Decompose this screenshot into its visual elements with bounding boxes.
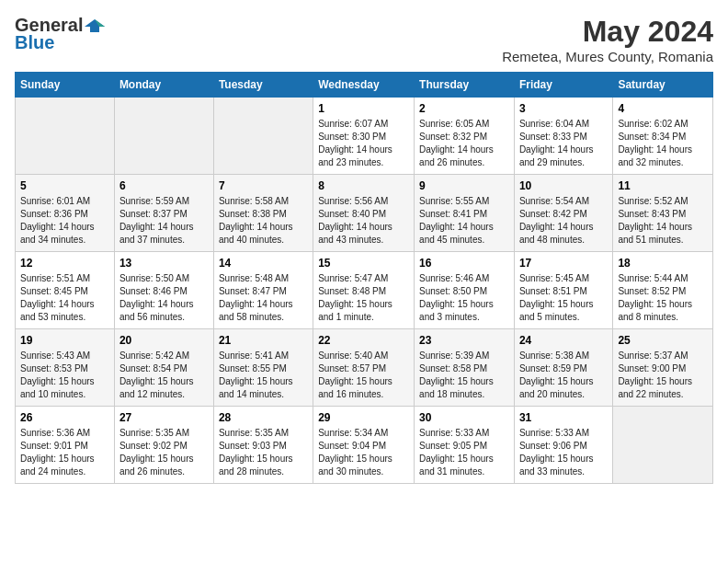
calendar-cell: 29Sunrise: 5:34 AM Sunset: 9:04 PM Dayli… bbox=[313, 407, 415, 484]
calendar-cell: 2Sunrise: 6:05 AM Sunset: 8:32 PM Daylig… bbox=[415, 98, 515, 175]
day-info: Sunrise: 5:56 AM Sunset: 8:40 PM Dayligh… bbox=[318, 195, 409, 247]
day-number: 1 bbox=[318, 102, 409, 115]
day-number: 17 bbox=[519, 257, 608, 270]
day-number: 14 bbox=[219, 257, 308, 270]
calendar-cell: 25Sunrise: 5:37 AM Sunset: 9:00 PM Dayli… bbox=[613, 329, 713, 407]
day-info: Sunrise: 5:43 AM Sunset: 8:53 PM Dayligh… bbox=[20, 350, 109, 401]
calendar-cell: 15Sunrise: 5:47 AM Sunset: 8:48 PM Dayli… bbox=[313, 252, 415, 329]
calendar-week-row: 5Sunrise: 6:01 AM Sunset: 8:36 PM Daylig… bbox=[16, 175, 713, 252]
calendar-cell: 19Sunrise: 5:43 AM Sunset: 8:53 PM Dayli… bbox=[16, 329, 115, 407]
day-number: 4 bbox=[618, 102, 708, 115]
day-info: Sunrise: 6:01 AM Sunset: 8:36 PM Dayligh… bbox=[20, 195, 109, 247]
day-info: Sunrise: 6:04 AM Sunset: 8:33 PM Dayligh… bbox=[519, 118, 608, 169]
column-header-friday: Friday bbox=[514, 73, 612, 98]
calendar-cell: 6Sunrise: 5:59 AM Sunset: 8:37 PM Daylig… bbox=[114, 175, 213, 252]
calendar-cell bbox=[16, 98, 115, 175]
day-info: Sunrise: 6:02 AM Sunset: 8:34 PM Dayligh… bbox=[618, 118, 708, 169]
calendar-cell: 22Sunrise: 5:40 AM Sunset: 8:57 PM Dayli… bbox=[313, 329, 415, 407]
day-number: 16 bbox=[419, 257, 509, 270]
day-info: Sunrise: 5:39 AM Sunset: 8:58 PM Dayligh… bbox=[419, 350, 509, 401]
calendar-cell: 7Sunrise: 5:58 AM Sunset: 8:38 PM Daylig… bbox=[213, 175, 313, 252]
day-info: Sunrise: 5:33 AM Sunset: 9:05 PM Dayligh… bbox=[419, 427, 509, 478]
day-number: 30 bbox=[419, 411, 509, 424]
calendar-cell: 28Sunrise: 5:35 AM Sunset: 9:03 PM Dayli… bbox=[213, 407, 313, 484]
day-info: Sunrise: 5:52 AM Sunset: 8:43 PM Dayligh… bbox=[618, 195, 708, 247]
day-info: Sunrise: 5:45 AM Sunset: 8:51 PM Dayligh… bbox=[519, 272, 608, 324]
column-header-saturday: Saturday bbox=[613, 73, 713, 98]
day-number: 15 bbox=[318, 257, 409, 270]
calendar-week-row: 12Sunrise: 5:51 AM Sunset: 8:45 PM Dayli… bbox=[16, 252, 713, 329]
calendar-cell: 20Sunrise: 5:42 AM Sunset: 8:54 PM Dayli… bbox=[114, 329, 213, 407]
calendar-week-row: 26Sunrise: 5:36 AM Sunset: 9:01 PM Dayli… bbox=[16, 407, 713, 484]
calendar-table: SundayMondayTuesdayWednesdayThursdayFrid… bbox=[15, 72, 713, 484]
calendar-cell: 13Sunrise: 5:50 AM Sunset: 8:46 PM Dayli… bbox=[114, 252, 213, 329]
day-number: 19 bbox=[20, 334, 109, 347]
logo-blue: Blue bbox=[15, 32, 54, 53]
calendar-cell: 31Sunrise: 5:33 AM Sunset: 9:06 PM Dayli… bbox=[514, 407, 612, 484]
day-info: Sunrise: 5:41 AM Sunset: 8:55 PM Dayligh… bbox=[219, 350, 308, 401]
day-number: 27 bbox=[119, 411, 209, 424]
column-header-tuesday: Tuesday bbox=[213, 73, 313, 98]
calendar-cell: 9Sunrise: 5:55 AM Sunset: 8:41 PM Daylig… bbox=[415, 175, 515, 252]
day-number: 31 bbox=[519, 411, 608, 424]
calendar-cell: 21Sunrise: 5:41 AM Sunset: 8:55 PM Dayli… bbox=[213, 329, 313, 407]
day-info: Sunrise: 5:59 AM Sunset: 8:37 PM Dayligh… bbox=[119, 195, 209, 247]
day-number: 29 bbox=[318, 411, 409, 424]
day-info: Sunrise: 6:05 AM Sunset: 8:32 PM Dayligh… bbox=[419, 118, 509, 169]
calendar-cell bbox=[114, 98, 213, 175]
calendar-cell: 11Sunrise: 5:52 AM Sunset: 8:43 PM Dayli… bbox=[613, 175, 713, 252]
day-number: 13 bbox=[119, 257, 209, 270]
calendar-cell: 26Sunrise: 5:36 AM Sunset: 9:01 PM Dayli… bbox=[16, 407, 115, 484]
day-number: 6 bbox=[119, 179, 209, 192]
calendar-cell: 8Sunrise: 5:56 AM Sunset: 8:40 PM Daylig… bbox=[313, 175, 415, 252]
column-header-monday: Monday bbox=[114, 73, 213, 98]
day-number: 10 bbox=[519, 179, 608, 192]
day-number: 25 bbox=[618, 334, 708, 347]
day-info: Sunrise: 5:44 AM Sunset: 8:52 PM Dayligh… bbox=[618, 272, 708, 324]
day-info: Sunrise: 5:35 AM Sunset: 9:03 PM Dayligh… bbox=[219, 427, 308, 478]
day-info: Sunrise: 5:33 AM Sunset: 9:06 PM Dayligh… bbox=[519, 427, 608, 478]
day-info: Sunrise: 5:38 AM Sunset: 8:59 PM Dayligh… bbox=[519, 350, 608, 401]
calendar-week-row: 19Sunrise: 5:43 AM Sunset: 8:53 PM Dayli… bbox=[16, 329, 713, 407]
day-info: Sunrise: 5:47 AM Sunset: 8:48 PM Dayligh… bbox=[318, 272, 409, 324]
calendar-cell: 23Sunrise: 5:39 AM Sunset: 8:58 PM Dayli… bbox=[415, 329, 515, 407]
calendar-cell: 14Sunrise: 5:48 AM Sunset: 8:47 PM Dayli… bbox=[213, 252, 313, 329]
day-number: 28 bbox=[219, 411, 308, 424]
calendar-cell bbox=[613, 407, 713, 484]
day-info: Sunrise: 5:40 AM Sunset: 8:57 PM Dayligh… bbox=[318, 350, 409, 401]
calendar-week-row: 1Sunrise: 6:07 AM Sunset: 8:30 PM Daylig… bbox=[16, 98, 713, 175]
day-number: 23 bbox=[419, 334, 509, 347]
month-title: May 2024 bbox=[502, 15, 713, 49]
day-info: Sunrise: 5:58 AM Sunset: 8:38 PM Dayligh… bbox=[219, 195, 308, 247]
day-info: Sunrise: 5:42 AM Sunset: 8:54 PM Dayligh… bbox=[119, 350, 209, 401]
day-number: 12 bbox=[20, 257, 109, 270]
day-number: 11 bbox=[618, 179, 708, 192]
day-number: 3 bbox=[519, 102, 608, 115]
calendar-cell: 30Sunrise: 5:33 AM Sunset: 9:05 PM Dayli… bbox=[415, 407, 515, 484]
day-info: Sunrise: 5:37 AM Sunset: 9:00 PM Dayligh… bbox=[618, 350, 708, 401]
column-header-wednesday: Wednesday bbox=[313, 73, 415, 98]
day-info: Sunrise: 5:34 AM Sunset: 9:04 PM Dayligh… bbox=[318, 427, 409, 478]
day-info: Sunrise: 5:35 AM Sunset: 9:02 PM Dayligh… bbox=[119, 427, 209, 478]
day-number: 20 bbox=[119, 334, 209, 347]
day-number: 18 bbox=[618, 257, 708, 270]
subtitle: Remetea, Mures County, Romania bbox=[502, 49, 713, 64]
day-number: 2 bbox=[419, 102, 509, 115]
calendar-cell: 1Sunrise: 6:07 AM Sunset: 8:30 PM Daylig… bbox=[313, 98, 415, 175]
title-area: May 2024 Remetea, Mures County, Romania bbox=[502, 15, 713, 64]
day-number: 22 bbox=[318, 334, 409, 347]
calendar-cell: 27Sunrise: 5:35 AM Sunset: 9:02 PM Dayli… bbox=[114, 407, 213, 484]
logo: General Blue bbox=[15, 15, 105, 53]
day-number: 24 bbox=[519, 334, 608, 347]
day-info: Sunrise: 5:46 AM Sunset: 8:50 PM Dayligh… bbox=[419, 272, 509, 324]
calendar-cell: 5Sunrise: 6:01 AM Sunset: 8:36 PM Daylig… bbox=[16, 175, 115, 252]
day-info: Sunrise: 5:50 AM Sunset: 8:46 PM Dayligh… bbox=[119, 272, 209, 324]
day-number: 9 bbox=[419, 179, 509, 192]
day-number: 8 bbox=[318, 179, 409, 192]
calendar-cell: 4Sunrise: 6:02 AM Sunset: 8:34 PM Daylig… bbox=[613, 98, 713, 175]
calendar-header-row: SundayMondayTuesdayWednesdayThursdayFrid… bbox=[16, 73, 713, 98]
day-info: Sunrise: 5:55 AM Sunset: 8:41 PM Dayligh… bbox=[419, 195, 509, 247]
day-info: Sunrise: 6:07 AM Sunset: 8:30 PM Dayligh… bbox=[318, 118, 409, 169]
calendar-cell: 12Sunrise: 5:51 AM Sunset: 8:45 PM Dayli… bbox=[16, 252, 115, 329]
calendar-cell: 24Sunrise: 5:38 AM Sunset: 8:59 PM Dayli… bbox=[514, 329, 612, 407]
